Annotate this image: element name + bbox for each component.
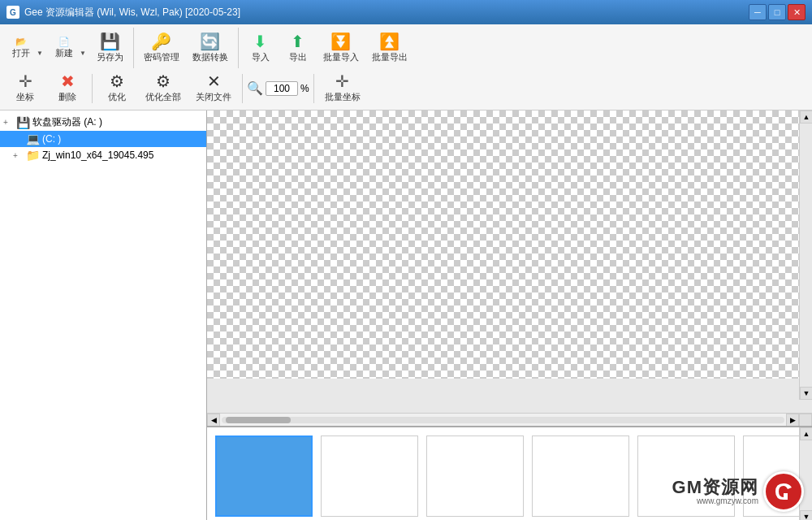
tree-item-zj[interactable]: + 📁 Zj_win10_x64_19045.495 xyxy=(0,147,206,163)
batchcoord-label: 批量坐标 xyxy=(325,91,361,103)
batchimport-icon: ⏬ xyxy=(330,33,351,50)
saveas-button[interactable]: 💾 另存为 xyxy=(91,30,129,67)
canvas-vscroll-down-btn[interactable]: ▼ xyxy=(800,387,812,400)
toolbar-sep-1 xyxy=(133,28,134,68)
canvas-hscroll-track xyxy=(222,417,784,423)
convert-button[interactable]: 🔄 数据转换 xyxy=(187,30,234,67)
right-panel: ▲ ▼ ◀ ▶ xyxy=(207,110,812,520)
canvas-hscroll-right-btn[interactable]: ▶ xyxy=(786,414,799,427)
optimize-label: 优化 xyxy=(108,91,126,103)
batchimport-button[interactable]: ⏬ 批量导入 xyxy=(317,30,365,67)
export-icon: ⬆ xyxy=(291,33,304,50)
saveas-icon: 💾 xyxy=(100,33,120,50)
export-button[interactable]: ⬆ 导出 xyxy=(280,30,316,67)
toolbar-row-1: 📂 打开 ▼ 📄 新建 ▼ 💾 另存为 🔑 密码管理 🔄 数据转换 xyxy=(5,28,807,68)
new-icon: 📄 xyxy=(58,37,70,47)
zj-folder-label: Zj_win10_x64_19045.495 xyxy=(42,150,153,161)
new-button[interactable]: 📄 新建 xyxy=(49,34,80,62)
open-icon: 📂 xyxy=(15,37,27,47)
toolbar-row-2: ✛ 坐标 ✖ 删除 ⚙ 优化 ⚙ 优化全部 ✕ 关闭文件 🔍 % ✛ xyxy=(5,70,807,106)
import-label: 导入 xyxy=(252,51,270,63)
toolbar-sep-4 xyxy=(242,74,243,103)
watermark-url: www.gmzyw.com xyxy=(697,496,758,505)
file-tree: + 💾 软盘驱动器 (A: ) 💻 (C: ) + 📁 Zj_win10_x64… xyxy=(0,110,206,520)
batchexport-button[interactable]: ⏫ 批量导出 xyxy=(366,30,413,67)
canvas-scroll-corner xyxy=(799,414,812,427)
watermark-logo xyxy=(763,471,804,512)
import-icon: ⬇ xyxy=(253,33,267,50)
watermark-logo-svg xyxy=(771,479,796,504)
import-button[interactable]: ⬇ 导入 xyxy=(243,30,279,67)
convert-label: 数据转换 xyxy=(192,51,228,63)
optimizeall-button[interactable]: ⚙ 优化全部 xyxy=(139,70,188,106)
canvas-hscroll-thumb[interactable] xyxy=(226,417,291,423)
zoom-input[interactable] xyxy=(266,81,298,96)
thumbnail-3[interactable] xyxy=(426,436,524,517)
zj-folder-icon: 📁 xyxy=(26,149,41,162)
batchcoord-icon: ✛ xyxy=(335,73,349,89)
floppy-icon: 💾 xyxy=(16,116,31,129)
tree-toggle-floppy: + xyxy=(3,118,16,127)
watermark-text: GM资源网 www.gmzyw.com xyxy=(672,479,758,505)
thumbnail-1-preview xyxy=(217,437,311,515)
close-button[interactable]: ✕ xyxy=(788,4,806,20)
canvas-vscroll-up-btn[interactable]: ▲ xyxy=(800,110,812,124)
convert-icon: 🔄 xyxy=(200,33,220,50)
coord-icon: ✛ xyxy=(19,73,32,89)
optimize-icon: ⚙ xyxy=(110,73,124,89)
delete-button[interactable]: ✖ 删除 xyxy=(47,70,88,106)
search-icon: 🔍 xyxy=(247,80,263,96)
new-button-group[interactable]: 📄 新建 ▼ xyxy=(48,33,89,63)
optimize-button[interactable]: ⚙ 优化 xyxy=(97,70,137,106)
zoom-group: 🔍 % xyxy=(247,80,309,96)
thumbnail-2-preview xyxy=(322,436,417,516)
open-dropdown-arrow[interactable]: ▼ xyxy=(37,34,45,62)
watermark-gm: GM xyxy=(672,477,702,497)
password-label: 密码管理 xyxy=(144,51,179,63)
title-bar: G Gee 资源编辑器 (Wil, Wis, Wzl, Pak) [2020-0… xyxy=(0,0,812,24)
canvas-hscrollbar: ◀ ▶ xyxy=(207,413,812,426)
closefile-button[interactable]: ✕ 关闭文件 xyxy=(189,70,238,106)
coord-label: 坐标 xyxy=(16,91,34,103)
c-drive-label: (C: ) xyxy=(42,133,61,145)
optimizeall-icon: ⚙ xyxy=(156,73,171,89)
new-label: 新建 xyxy=(55,47,73,59)
watermark-suffix: 资源网 xyxy=(702,477,758,497)
thumb-vscroll-up-btn[interactable]: ▲ xyxy=(800,427,812,440)
new-dropdown-arrow[interactable]: ▼ xyxy=(80,34,89,62)
thumbnail-3-preview xyxy=(427,436,523,516)
minimize-button[interactable]: ─ xyxy=(749,4,767,20)
toolbar-sep-3 xyxy=(92,74,93,103)
batchimport-label: 批量导入 xyxy=(323,51,359,63)
zoom-percent: % xyxy=(300,83,309,94)
tree-item-c[interactable]: 💻 (C: ) xyxy=(0,131,206,147)
canvas-vscrollbar: ▲ ▼ xyxy=(799,110,812,400)
password-button[interactable]: 🔑 密码管理 xyxy=(138,30,185,67)
delete-icon: ✖ xyxy=(61,73,75,89)
tree-toggle-zj: + xyxy=(13,151,26,160)
open-button-group[interactable]: 📂 打开 ▼ xyxy=(5,33,46,63)
export-label: 导出 xyxy=(289,51,307,63)
maximize-button[interactable]: □ xyxy=(768,4,786,20)
window-controls: ─ □ ✕ xyxy=(749,4,806,20)
left-panel: + 💾 软盘驱动器 (A: ) 💻 (C: ) + 📁 Zj_win10_x64… xyxy=(0,110,207,520)
tree-item-floppy[interactable]: + 💾 软盘驱动器 (A: ) xyxy=(0,114,206,131)
thumbnail-2[interactable] xyxy=(321,436,418,517)
delete-label: 删除 xyxy=(58,91,76,103)
password-icon: 🔑 xyxy=(151,33,171,50)
coord-button[interactable]: ✛ 坐标 xyxy=(5,70,45,106)
toolbar: 📂 打开 ▼ 📄 新建 ▼ 💾 另存为 🔑 密码管理 🔄 数据转换 xyxy=(0,24,812,110)
thumbnail-4[interactable] xyxy=(532,436,629,517)
canvas-hscroll-left-btn[interactable]: ◀ xyxy=(207,414,220,427)
canvas-vscroll-track xyxy=(800,124,812,387)
open-button[interactable]: 📂 打开 xyxy=(6,34,37,62)
optimizeall-label: 优化全部 xyxy=(145,91,181,103)
toolbar-sep-2 xyxy=(238,28,239,68)
thumbnail-1[interactable] xyxy=(215,436,313,517)
closefile-label: 关闭文件 xyxy=(196,91,231,103)
window-title: Gee 资源编辑器 (Wil, Wis, Wzl, Pak) [2020-05-… xyxy=(24,6,749,20)
c-drive-icon: 💻 xyxy=(26,132,41,145)
batchexport-label: 批量导出 xyxy=(372,51,408,63)
batchcoord-button[interactable]: ✛ 批量坐标 xyxy=(318,70,367,106)
open-label: 打开 xyxy=(12,47,30,59)
